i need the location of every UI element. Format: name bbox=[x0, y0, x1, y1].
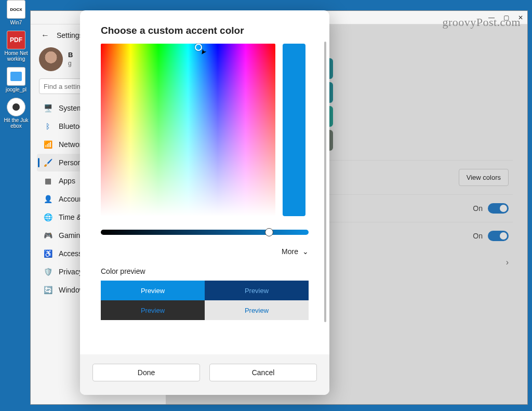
spectrum-cursor[interactable] bbox=[195, 44, 202, 51]
color-picker-dialog: Choose a custom accent color ➤ More ⌄ Co… bbox=[80, 10, 329, 395]
avatar bbox=[39, 47, 63, 71]
view-colors-button[interactable]: View colors bbox=[459, 169, 509, 186]
minimize-button[interactable]: — bbox=[488, 14, 495, 21]
accessibility-icon: ♿ bbox=[43, 249, 52, 258]
toggle-taskbar[interactable] bbox=[488, 203, 509, 214]
color-spectrum[interactable]: ➤ bbox=[101, 44, 275, 216]
wifi-icon: 📶 bbox=[43, 140, 52, 149]
globe-icon: 🌐 bbox=[43, 213, 52, 222]
desktop-icon[interactable]: joogle_pl bbox=[3, 67, 29, 92]
back-button[interactable]: ← bbox=[39, 31, 51, 40]
desktop-icons: DOCX Win7 PDF Home Networking joogle_pl … bbox=[3, 0, 29, 134]
gaming-icon: 🎮 bbox=[43, 231, 52, 240]
cancel-button[interactable]: Cancel bbox=[209, 364, 317, 381]
preview-tile-light-accent: Preview bbox=[101, 281, 205, 300]
desktop-icon[interactable]: Hit the Jukebox bbox=[3, 98, 29, 129]
shield-icon: 🛡️ bbox=[43, 267, 52, 276]
preview-tile-light-bg: Preview bbox=[205, 300, 309, 320]
image-icon bbox=[7, 67, 25, 86]
settings-title: Settings bbox=[57, 31, 83, 39]
desktop-icon[interactable]: PDF Home Networking bbox=[3, 31, 29, 62]
dialog-footer: Done Cancel bbox=[80, 354, 329, 395]
maximize-button[interactable]: ▢ bbox=[502, 14, 510, 21]
pdf-icon: PDF bbox=[7, 31, 25, 49]
person-icon: 👤 bbox=[43, 194, 52, 204]
preview-section-label: Color preview bbox=[80, 262, 329, 281]
update-icon: 🔄 bbox=[43, 285, 52, 295]
bluetooth-icon: ᛒ bbox=[43, 122, 52, 131]
jukebox-icon bbox=[7, 98, 25, 116]
more-expander[interactable]: More ⌄ bbox=[80, 235, 329, 262]
chevron-right-icon: › bbox=[506, 258, 509, 267]
slider-thumb[interactable] bbox=[265, 228, 273, 236]
close-button[interactable]: ✕ bbox=[517, 14, 524, 21]
dialog-title: Choose a custom accent color bbox=[80, 10, 329, 44]
desktop-icon[interactable]: DOCX Win7 bbox=[3, 0, 29, 25]
value-slider[interactable] bbox=[101, 230, 309, 235]
apps-icon: ▦ bbox=[43, 176, 52, 185]
preview-tile-dark-bg: Preview bbox=[101, 300, 205, 320]
toggle-borders[interactable] bbox=[488, 231, 509, 241]
color-preview-grid: Preview Preview Preview Preview bbox=[101, 281, 309, 320]
selected-color-preview bbox=[283, 44, 305, 216]
system-icon: 🖥️ bbox=[43, 103, 52, 113]
preview-tile-dark-accent: Preview bbox=[205, 281, 309, 300]
done-button[interactable]: Done bbox=[92, 364, 200, 381]
chevron-down-icon: ⌄ bbox=[302, 247, 309, 256]
brush-icon: 🖌️ bbox=[43, 158, 52, 167]
dialog-scrollbar[interactable] bbox=[324, 42, 326, 322]
